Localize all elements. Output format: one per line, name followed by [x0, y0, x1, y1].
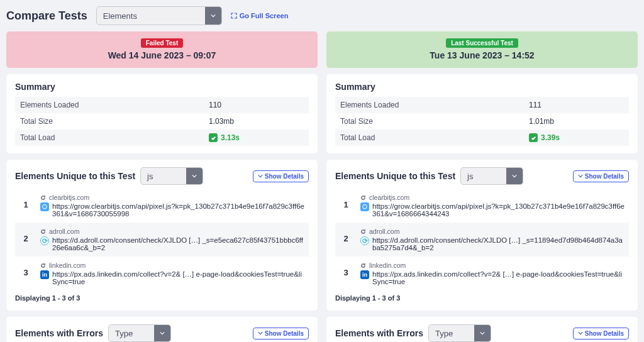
- row-number: 1: [338, 194, 354, 209]
- summary-panel: Summary Elements Loaded111 Total Size1.0…: [326, 74, 638, 153]
- unique-element-row: 3 linkedin.com inhttps://px.ads.linkedin…: [15, 256, 309, 290]
- favicon-clearbit: ⎔: [360, 202, 369, 211]
- unique-element-row: 1 clearbitjs.com ⎔https://grow.clearbitj…: [15, 189, 309, 223]
- compare-column-right: Last Successful Test Tue 13 June 2023 – …: [326, 31, 638, 342]
- chevron-down-icon: [186, 168, 203, 184]
- check-icon: [209, 133, 218, 142]
- row-number: 1: [18, 194, 34, 209]
- summary-label: Total Load: [20, 133, 209, 142]
- summary-value: 111: [529, 101, 541, 109]
- test-date: Tue 13 June 2023 – 14:52: [430, 50, 534, 60]
- summary-label: Elements Loaded: [20, 101, 209, 109]
- row-number: 3: [18, 262, 34, 277]
- element-url[interactable]: inhttps://px.ads.linkedin.com/collect?v=…: [40, 270, 306, 285]
- favicon-linkedin: in: [360, 270, 369, 279]
- unique-element-row: 3 linkedin.com inhttps://px.ads.linkedin…: [335, 256, 629, 290]
- summary-panel: Summary Elements Loaded110 Total Size1.0…: [6, 74, 318, 153]
- summary-heading: Summary: [15, 82, 309, 92]
- summary-label: Total Size: [20, 117, 209, 126]
- test-banner: Last Successful Test Tue 13 June 2023 – …: [326, 31, 638, 68]
- unique-range: Displaying 1 - 3 of 3: [335, 290, 629, 303]
- summary-label: Total Size: [340, 117, 529, 126]
- show-details-button[interactable]: Show Details: [573, 328, 629, 339]
- unique-heading: Elements Unique to this Test: [15, 171, 135, 181]
- element-url[interactable]: ⎔https://grow.clearbitjs.com/api/pixel.j…: [40, 202, 306, 218]
- favicon-linkedin: in: [40, 270, 49, 279]
- chevron-down-icon: [474, 325, 491, 341]
- show-details-button[interactable]: Show Details: [253, 170, 309, 182]
- element-url[interactable]: ⎔https://grow.clearbitjs.com/api/pixel.j…: [360, 202, 626, 218]
- test-banner: Failed Test Wed 14 June 2023 – 09:07: [6, 31, 318, 68]
- row-number: 2: [338, 228, 354, 243]
- domain-label: clearbitjs.com: [360, 194, 626, 201]
- unique-element-row: 2 adroll.com ⟳https://d.adroll.com/conse…: [335, 223, 629, 256]
- unique-filter-select[interactable]: js: [460, 167, 523, 185]
- domain-label: linkedin.com: [40, 262, 306, 269]
- favicon-adroll: ⟳: [360, 236, 369, 245]
- show-details-button[interactable]: Show Details: [253, 328, 309, 339]
- summary-label: Total Load: [340, 133, 529, 142]
- domain-label: linkedin.com: [360, 262, 626, 269]
- summary-value-load: 3.39s: [529, 133, 560, 142]
- errors-filter-select[interactable]: Type: [428, 324, 491, 342]
- page-title: Compare Tests: [6, 9, 87, 23]
- summary-heading: Summary: [335, 82, 629, 92]
- element-url[interactable]: ⟳https://d.adroll.com/consent/check/XJLD…: [360, 236, 626, 251]
- row-number: 3: [338, 262, 354, 277]
- summary-value: 1.03mb: [209, 117, 234, 126]
- summary-value-load: 3.13s: [209, 133, 240, 142]
- summary-value: 1.01mb: [529, 117, 554, 126]
- errors-heading: Elements with Errors: [335, 328, 423, 338]
- check-icon: [529, 133, 538, 142]
- unique-filter-label: js: [461, 172, 506, 181]
- summary-label: Elements Loaded: [340, 101, 529, 109]
- unique-heading: Elements Unique to this Test: [335, 171, 455, 181]
- unique-element-row: 1 clearbitjs.com ⎔https://grow.clearbitj…: [335, 189, 629, 223]
- errors-heading: Elements with Errors: [15, 328, 103, 338]
- summary-value: 110: [209, 101, 221, 109]
- errors-filter-select[interactable]: Type: [108, 324, 171, 342]
- errors-filter-label: Type: [429, 329, 474, 338]
- chevron-down-icon: [205, 7, 221, 25]
- scope-select-label: Elements: [97, 11, 205, 21]
- chevron-down-icon: [506, 168, 523, 184]
- errors-filter-label: Type: [109, 329, 154, 338]
- domain-label: adroll.com: [360, 228, 626, 235]
- unique-filter-select[interactable]: js: [140, 167, 203, 185]
- expand-icon: [231, 13, 237, 19]
- unique-element-row: 2 adroll.com ⟳https://d.adroll.com/conse…: [15, 223, 309, 256]
- unique-panel: Elements Unique to this Test js Show Det…: [6, 160, 318, 311]
- test-date: Wed 14 June 2023 – 09:07: [108, 50, 216, 60]
- test-status-pill: Failed Test: [141, 38, 184, 48]
- test-status-pill: Last Successful Test: [446, 38, 518, 48]
- row-number: 2: [18, 228, 34, 243]
- unique-filter-label: js: [141, 172, 186, 181]
- errors-panel: Elements with Errors Type Show Details 1…: [326, 317, 638, 342]
- favicon-clearbit: ⎔: [40, 202, 49, 211]
- favicon-adroll: ⟳: [40, 236, 49, 245]
- errors-panel: Elements with Errors Type Show Details 1…: [6, 317, 318, 342]
- scope-select[interactable]: Elements: [96, 6, 222, 25]
- element-url[interactable]: inhttps://px.ads.linkedin.com/collect?v=…: [360, 270, 626, 285]
- show-details-button[interactable]: Show Details: [573, 170, 629, 182]
- compare-column-left: Failed Test Wed 14 June 2023 – 09:07 Sum…: [6, 31, 318, 342]
- unique-range: Displaying 1 - 3 of 3: [15, 290, 309, 303]
- element-url[interactable]: ⟳https://d.adroll.com/consent/check/XJLD…: [40, 236, 306, 251]
- domain-label: adroll.com: [40, 228, 306, 235]
- chevron-down-icon: [154, 325, 170, 341]
- go-fullscreen-link[interactable]: Go Full Screen: [231, 12, 289, 19]
- domain-label: clearbitjs.com: [40, 194, 306, 201]
- unique-panel: Elements Unique to this Test js Show Det…: [326, 160, 638, 311]
